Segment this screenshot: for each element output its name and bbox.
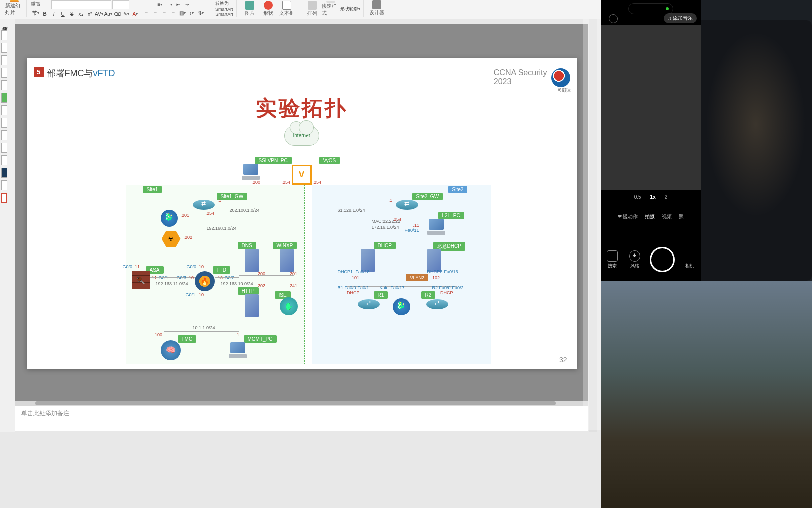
style-label: 风格 <box>630 263 639 269</box>
align-justify-button[interactable]: ≡ <box>170 9 178 17</box>
camera-viewfinder[interactable] <box>601 25 701 190</box>
pc-icon <box>241 164 261 182</box>
numbering-button[interactable]: ≣▾ <box>165 0 173 8</box>
line-spacing-button[interactable]: ↕▾ <box>188 9 196 17</box>
designer-button[interactable]: 设计器 <box>368 0 386 16</box>
port-label: Fa0/11 <box>405 228 419 233</box>
style-button[interactable]: ◆ 风格 <box>627 250 642 269</box>
connector-line <box>402 227 427 227</box>
char-spacing-button[interactable]: AV▾ <box>95 10 103 18</box>
slide-thumbnail[interactable] <box>1 180 7 190</box>
subnet-label: 172.16.1.0/24 <box>372 225 399 230</box>
highlight-button[interactable]: ✎▾ <box>122 10 130 18</box>
slide-thumbnail[interactable] <box>1 105 7 115</box>
scrollbar-thumb[interactable] <box>35 401 556 405</box>
bullets-button[interactable]: ≡▾ <box>156 0 164 8</box>
text-direction-button[interactable]: ⇅▾ <box>197 9 205 17</box>
connector-line <box>302 146 302 163</box>
mode-slowmo[interactable]: ❤ 慢动作 <box>618 213 638 220</box>
slide-thumbnail[interactable] <box>1 143 7 153</box>
connector-line <box>307 185 307 195</box>
port-label: G0/0 <box>187 264 197 269</box>
font-family-input[interactable] <box>51 0 111 9</box>
zoom-0.5-button[interactable]: 0.5 <box>634 194 641 200</box>
network-topology-diagram: Internet SSLVPN_PC .200 VyOS V .254 .254 <box>27 126 577 366</box>
sub-button[interactable]: x₂ <box>77 10 85 18</box>
quick-style-button[interactable]: 快速样式 <box>322 1 340 17</box>
port-label: Fa0/16 <box>444 269 458 274</box>
add-music-button[interactable]: ♫ 添加音乐 <box>664 13 697 23</box>
smartart-button[interactable]: 转换为SmartArt SmartArt <box>215 0 233 16</box>
slide-thumbnail[interactable] <box>1 118 7 128</box>
phone-notch <box>628 3 673 14</box>
font-size-input[interactable] <box>112 0 129 9</box>
camera-label-group[interactable]: 相机 <box>682 250 697 269</box>
slide-thumbnail[interactable] <box>1 93 7 103</box>
section-button[interactable]: 节▾ <box>32 9 40 17</box>
slide-thumbnail[interactable] <box>1 68 7 78</box>
section-title: 部署FMC与vFTD <box>47 67 115 79</box>
gallery-button[interactable]: 搜索 <box>605 250 620 269</box>
new-slide-label: 新建幻灯片 <box>5 2 23 16</box>
align-left-button[interactable]: ≡ <box>143 9 151 17</box>
r2-label: R2 <box>421 291 436 299</box>
shapes-button[interactable]: 形状 <box>259 1 277 17</box>
align-right-button[interactable]: ≡ <box>161 9 169 17</box>
subnet-label: 202.100.1.0/24 <box>230 208 260 213</box>
strike-button[interactable]: S <box>68 10 76 18</box>
router-icon <box>358 299 380 309</box>
ise-icon <box>280 297 298 315</box>
ip-label: .101 <box>351 275 360 280</box>
dns-label: DNS <box>238 242 256 249</box>
sslvpn-pc-label: SSLVPN_PC <box>255 157 292 164</box>
notes-pane[interactable]: 单击此处添加备注 <box>15 406 588 431</box>
ip-label: .254 <box>282 180 291 185</box>
current-slide[interactable]: 5 部署FMC与vFTD CCNA Security 2023 乾颐堂 实验拓扑… <box>27 58 577 369</box>
horizontal-scrollbar[interactable] <box>15 401 588 406</box>
kali-icon <box>161 210 178 227</box>
slide-thumbnail[interactable] <box>1 55 7 65</box>
bold-button[interactable]: B <box>41 10 49 18</box>
underline-button[interactable]: U <box>59 10 67 18</box>
subnet-label: 10.1.1.0/24 <box>193 325 215 330</box>
spacer <box>684 250 695 262</box>
router-icon <box>396 200 418 210</box>
textbox-icon <box>282 1 291 10</box>
zoom-2-button[interactable]: 2 <box>665 194 668 200</box>
mode-video[interactable]: 视频 <box>662 213 672 220</box>
align-center-button[interactable]: ≡ <box>152 9 160 17</box>
slide-thumbnail[interactable] <box>1 168 7 178</box>
mode-more[interactable]: 照 <box>679 213 684 220</box>
shape-outline-button[interactable]: 形状轮廓▾ <box>340 5 360 13</box>
slide-thumbnail[interactable] <box>1 130 7 140</box>
ip-label: .10 <box>217 275 223 280</box>
ip-label: .102 <box>431 275 440 280</box>
reset-button[interactable]: 重置 <box>31 0 41 8</box>
sup-button[interactable]: x² <box>86 10 94 18</box>
zoom-1x-button[interactable]: 1x <box>650 194 656 200</box>
kali-icon <box>393 298 410 315</box>
outdent-button[interactable]: ⇤ <box>174 0 182 8</box>
ribbon-insert-group: 图片 形状 文本框 <box>238 0 299 17</box>
textbox-button[interactable]: 文本框 <box>278 1 296 17</box>
r1-label: R1 <box>374 291 388 299</box>
slide-thumbnail[interactable] <box>1 43 7 53</box>
change-case-button[interactable]: Aa▾ <box>104 10 112 18</box>
arrange-button[interactable]: 排列 <box>303 1 321 17</box>
new-slide-button[interactable]: 新建幻灯片 <box>5 0 23 16</box>
clear-format-button[interactable]: ⌫ <box>113 10 121 18</box>
picture-button[interactable]: 图片 <box>241 1 259 17</box>
indent-button[interactable]: ⇥ <box>183 0 191 8</box>
slide-thumbnail[interactable] <box>1 30 7 40</box>
phone-camera-app: ♫ 添加音乐 0.5 1x 2 ❤ 慢动作 拍摄 视频 照 搜索 ◆ 风格 相机 <box>601 0 701 283</box>
slide-thumbnail[interactable] <box>1 80 7 90</box>
slide-page-number: 32 <box>559 356 567 364</box>
mode-shoot[interactable]: 拍摄 <box>645 213 655 220</box>
slide-thumbnail-current[interactable] <box>1 193 7 203</box>
ribbon-designer-group: 设计器 <box>365 0 389 17</box>
italic-button[interactable]: I <box>50 10 58 18</box>
shutter-button[interactable] <box>650 247 675 272</box>
slide-thumbnail[interactable] <box>1 155 7 165</box>
slide-canvas[interactable]: 5 部署FMC与vFTD CCNA Security 2023 乾颐堂 实验拓扑… <box>15 24 588 402</box>
columns-button[interactable]: ▥▾ <box>179 9 187 17</box>
